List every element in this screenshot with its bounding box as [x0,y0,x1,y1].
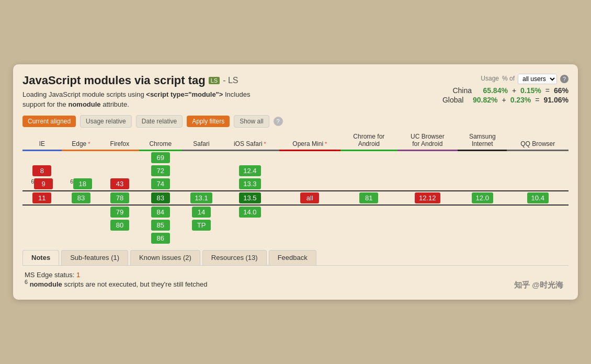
table-cell: 69 [139,150,182,164]
table-cell: 69 [22,177,62,191]
global-green-val: 90.82% [473,96,497,104]
show-all-btn[interactable]: Show all [234,115,269,128]
usage-label: Usage [481,75,499,82]
page-title: JavaScript modules via script tag LS - L… [22,74,401,87]
table-row: 69618437413.3 [22,177,569,191]
tab-notes[interactable]: Notes [22,250,59,265]
th-opera-mini: Opera Mini [279,131,341,151]
table-cell [507,177,569,191]
th-qq-browser: QQ Browser [507,131,569,151]
usage-select[interactable]: all users [518,74,557,84]
th-ie: IE [22,131,62,151]
table-cell: 83 [62,191,101,205]
table-cell [507,205,569,219]
china-total: 66% [554,86,569,95]
title-ls: - LS [223,76,238,85]
cell-value: 13.5 [239,192,260,203]
table-cell: 74 [139,177,182,191]
th-chrome-android: Chrome forAndroid [340,131,397,151]
edge-status-link[interactable]: 1 [76,271,80,279]
table-cell [397,164,458,177]
tab-feedback[interactable]: Feedback [269,250,316,265]
cell-value: 84 [151,207,170,218]
table-cell: 78 [100,191,139,205]
usage-row-global: Global 90.82% + 0.23% = 91.06% [401,96,569,104]
header-row: JavaScript modules via script tag LS - L… [22,74,569,110]
th-ios-safari: iOS Safari [221,131,279,151]
table-cell [22,150,62,164]
table-row: 86 [22,232,569,245]
usage-select-row: Usage % of all users ? [401,74,569,84]
apply-filters-btn[interactable]: Apply filters [187,116,230,127]
title-block: JavaScript modules via script tag LS - L… [22,74,401,110]
browser-table-body: 6987212.469618437413.31183788313.113.5al… [22,150,569,245]
cell-value: 43 [110,178,129,189]
th-chrome: Chrome [139,131,182,151]
table-cell: TP [182,219,221,232]
note-edge-status: MS Edge status: 1 [25,271,566,279]
table-cell [279,219,341,232]
filter-help-icon[interactable]: ? [274,117,283,126]
table-row: 87212.4 [22,164,569,177]
table-cell [100,150,139,164]
current-aligned-btn[interactable]: Current aligned [22,116,76,127]
table-cell: 84 [139,205,182,219]
table-cell [182,150,221,164]
table-row: 8085TP [22,219,569,232]
tab-subfeatures[interactable]: Sub-features (1) [61,250,128,265]
table-cell [279,164,341,177]
table-cell: 12.4 [221,164,279,177]
tabs-row: Notes Sub-features (1) Known issues (2) … [22,250,569,266]
cell-value: 69 [151,152,170,163]
table-cell: 12.0 [458,191,507,205]
table-cell [22,232,62,245]
global-total: 91.06% [544,96,569,104]
table-cell: 43 [100,177,139,191]
table-cell [182,177,221,191]
table-cell [458,219,507,232]
table-cell: 8 [22,164,62,177]
usage-relative-btn[interactable]: Usage relative [80,115,132,128]
table-cell [279,205,341,219]
usage-help-icon[interactable]: ? [560,75,569,83]
table-cell: 13.1 [182,191,221,205]
table-cell [458,205,507,219]
usage-row-china: China 65.84% + 0.15% = 66% [401,86,569,95]
table-cell: all [279,191,341,205]
cell-value: 12.12 [415,192,440,203]
cell-value: 80 [110,220,129,231]
note-superscript: 6 [25,279,28,285]
table-cell [100,232,139,245]
browser-table-wrap: IE Edge Firefox Chrome Safari iOS Safari… [22,131,569,245]
table-cell: 85 [139,219,182,232]
tab-resources[interactable]: Resources (13) [202,250,267,265]
title-icon: LS [209,77,220,84]
cell-value: 81 [359,192,378,203]
usage-block: Usage % of all users ? China 65.84% + 0.… [401,74,569,105]
cell-value: 18 [73,178,92,189]
subtitle: Loading JavaScript module scripts using … [22,89,274,110]
th-uc-browser: UC Browserfor Android [397,131,458,151]
table-cell: 10.4 [507,191,569,205]
table-cell [397,150,458,164]
table-row: 1183788313.113.5all8112.1212.010.4 [22,191,569,205]
cell-value: 14.0 [239,207,260,218]
cell-value: 72 [151,165,170,176]
table-cell [182,232,221,245]
table-cell [458,164,507,177]
cell-value: 13.3 [239,178,260,189]
cell-value: 9 [34,178,53,189]
table-cell [22,219,62,232]
tab-known-issues[interactable]: Known issues (2) [130,250,200,265]
table-cell [340,150,397,164]
table-cell [221,150,279,164]
date-relative-btn[interactable]: Date relative [136,115,183,128]
cell-value: TP [192,220,211,231]
cell-value: 12.0 [472,192,493,203]
table-cell [507,164,569,177]
table-row: 69 [22,150,569,164]
table-cell [507,232,569,245]
table-cell [221,219,279,232]
cell-value: 85 [151,220,170,231]
notes-content: MS Edge status: 1 6 nomodule scripts are… [22,266,569,290]
